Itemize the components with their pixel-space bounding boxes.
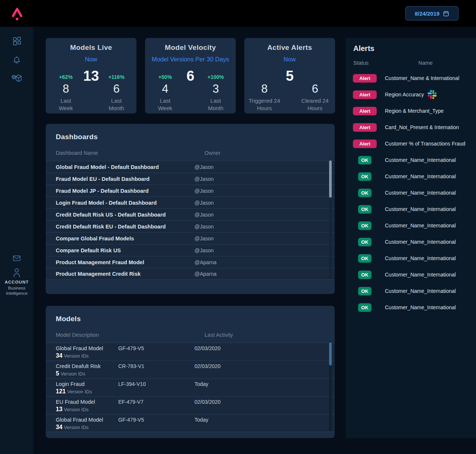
alert-row[interactable]: Alert Region Accuracy xyxy=(346,86,476,103)
dashboard-name: Credit Default Risk US - Default Dashboa… xyxy=(46,212,194,218)
dashboard-row[interactable]: Credit Default Risk EU - Default Dashboa… xyxy=(46,220,335,232)
dashboard-row[interactable]: Fraud Model EU - Default Dashboard @Jaso… xyxy=(46,173,335,185)
sidebar-item-models[interactable] xyxy=(0,73,33,84)
status-badge[interactable]: Alert xyxy=(353,123,377,132)
dashboard-row[interactable]: Compare Global Fraud Models @Jason xyxy=(46,232,335,244)
stat-card: Model Velocity Model Versions Per 30 Day… xyxy=(145,38,236,114)
alert-row[interactable]: OK Customer_Name_International xyxy=(346,283,476,299)
alert-row[interactable]: OK Customer_Name_International xyxy=(346,217,476,234)
model-row[interactable]: Login Fraud 121Version IDs LF-394-V10 To… xyxy=(46,378,335,396)
alert-row[interactable]: Alert Card_Not_Present & Internation xyxy=(346,119,476,135)
status-badge[interactable]: OK xyxy=(358,238,372,246)
status-badge[interactable]: OK xyxy=(358,172,372,181)
col-dashboard-name: Dashboard Name xyxy=(56,150,98,156)
sidebar-item-account[interactable] xyxy=(0,267,33,278)
stat-left-label: Last Week xyxy=(49,97,83,112)
model-last-activity: Today xyxy=(194,415,208,432)
col-owner: Owner xyxy=(205,150,221,156)
app-screen: 8/24/2019 xyxy=(0,0,476,454)
status-badge[interactable]: Alert xyxy=(353,140,377,148)
models-scrollbar-thumb[interactable] xyxy=(329,342,332,365)
alert-name: Customer % of Transactions Fraud xyxy=(385,141,465,147)
models-scrollbar[interactable] xyxy=(329,342,332,431)
dashboard-row[interactable]: Product Management Credit Risk @Aparna xyxy=(46,268,335,280)
col-model-description: Model Description xyxy=(56,332,99,338)
stat-right: +116% 6 Last Month xyxy=(99,74,134,112)
alert-row[interactable]: OK Customer_Name_International xyxy=(346,266,476,283)
alert-row[interactable]: Alert Customer_Name & International xyxy=(346,70,476,86)
alert-row[interactable]: OK Customer_Name_International xyxy=(346,250,476,266)
status-badge[interactable]: OK xyxy=(358,156,372,164)
dashboard-row[interactable]: Global Fraud Model - Default Dashboard @… xyxy=(46,161,335,173)
model-last-activity: 02/03/2020 xyxy=(194,361,221,378)
bell-icon xyxy=(12,55,22,65)
alert-row[interactable]: OK Customer_Name_International xyxy=(346,185,476,201)
stat-card-title: Model Velocity xyxy=(145,44,236,52)
model-version-label: Version IDs xyxy=(67,389,92,394)
dashboard-row[interactable]: Fraud Model JP - Default Dashboard @Jaso… xyxy=(46,185,335,196)
stat-left-value: 8 xyxy=(49,82,83,96)
alert-row[interactable]: Alert Region & Merchant_Type xyxy=(346,103,476,119)
stat-main-value: 6 xyxy=(182,68,199,84)
alerts-column-headers: Status Name xyxy=(346,60,476,67)
dashboard-owner: @Aparna xyxy=(194,259,216,265)
sidebar-item-messages[interactable] xyxy=(0,254,33,263)
dashboard-owner: @Jason xyxy=(194,176,214,182)
sidebar-item-notifications[interactable] xyxy=(0,55,33,65)
dashboard-name: Global Fraud Model - Default Dashboard xyxy=(46,164,194,170)
status-badge[interactable]: Alert xyxy=(353,74,377,83)
alert-row[interactable]: OK Customer_Name_International xyxy=(346,201,476,217)
dashboard-name: Fraud Model EU - Default Dashboard xyxy=(46,176,194,182)
dashboards-scrollbar-thumb[interactable] xyxy=(329,160,332,198)
model-row[interactable]: Credit Deafult Risk 5Version IDs CR-783-… xyxy=(46,361,335,378)
models-title: Models xyxy=(56,315,335,323)
stat-left-delta: +50% xyxy=(148,74,182,82)
dashboard-owner: @Jason xyxy=(194,188,214,194)
alert-row[interactable]: OK Customer_Name_International xyxy=(346,234,476,250)
status-badge[interactable]: OK xyxy=(358,205,372,214)
model-row[interactable]: EU Fraud Model 13Version IDs EF-479-V7 0… xyxy=(46,396,335,414)
stat-card: Models Live Now +62% 8 Last Week 13 +116… xyxy=(46,38,136,114)
dashboard-name: Login Fraud Model - Default Dashboard xyxy=(46,200,194,206)
alert-row[interactable]: OK Customer_Name_International xyxy=(346,152,476,168)
stat-left: +50% 4 Last Week xyxy=(148,74,182,112)
model-row[interactable]: Global Fraud Model 34Version IDs GF-479-… xyxy=(46,343,335,361)
status-badge[interactable]: OK xyxy=(358,271,372,279)
status-badge[interactable]: Alert xyxy=(353,107,377,115)
dashboard-row[interactable]: Product Management Fraud Model @Aparna xyxy=(46,256,335,268)
status-badge[interactable]: OK xyxy=(358,303,372,312)
stat-card-title: Models Live xyxy=(46,44,136,52)
dashboards-scrollbar[interactable] xyxy=(329,160,332,279)
status-badge[interactable]: OK xyxy=(358,189,372,197)
alert-row[interactable]: OK Customer_Name_International xyxy=(346,168,476,185)
account-label: ACCOUNT xyxy=(0,280,33,284)
stat-right: +100% 3 Last Month xyxy=(199,74,233,112)
dashboard-row[interactable]: Credit Default Risk US - Default Dashboa… xyxy=(46,208,335,220)
dashboard-name: Product Management Credit Risk xyxy=(46,271,194,277)
alert-row[interactable]: OK Customer_Name_International xyxy=(346,299,476,316)
stat-left-value: 8 xyxy=(247,82,282,96)
stat-right-value: 3 xyxy=(199,82,233,96)
dashboard-row[interactable]: Compare Default Risk US @Jason xyxy=(46,244,335,256)
alert-name: Customer_Name_International xyxy=(385,173,456,179)
sidebar-item-dashboards[interactable] xyxy=(0,36,33,46)
stat-card-subtitle: Now xyxy=(46,56,136,63)
dashboard-grid-icon xyxy=(12,36,22,46)
status-badge[interactable]: OK xyxy=(358,287,372,295)
model-code: LF-394-V10 xyxy=(118,379,194,396)
dashboard-row[interactable]: Login Fraud Model - Default Dashboard @J… xyxy=(46,196,335,208)
stat-left-value: 4 xyxy=(148,82,182,96)
slack-icon xyxy=(428,90,437,99)
alert-name: Customer_Name_International xyxy=(385,223,456,228)
account-name: Business Intelligence xyxy=(0,285,33,296)
alert-row[interactable]: Alert Customer % of Transactions Fraud xyxy=(346,135,476,152)
brand-logo-icon[interactable] xyxy=(10,6,24,21)
model-last-activity: 02/03/2020 xyxy=(194,343,221,361)
status-badge[interactable]: OK xyxy=(358,254,372,263)
status-badge[interactable]: OK xyxy=(358,221,372,230)
top-bar: 8/24/2019 xyxy=(0,0,476,27)
col-name: Name xyxy=(418,60,433,66)
status-badge[interactable]: Alert xyxy=(353,90,377,99)
model-row[interactable]: Global Fraud Model 34Version IDs GF-479-… xyxy=(46,414,335,432)
date-picker-button[interactable]: 8/24/2019 xyxy=(405,6,459,20)
